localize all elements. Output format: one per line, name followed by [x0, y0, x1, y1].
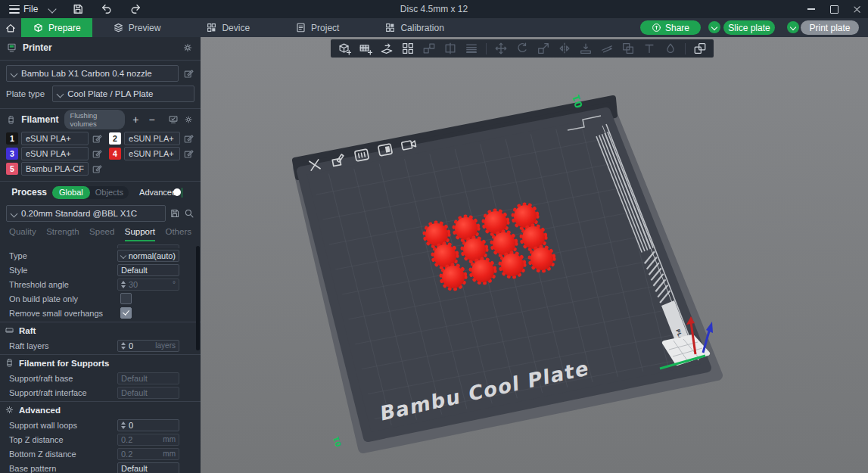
support-raft-interface-select[interactable]: Default	[117, 387, 179, 399]
scope-segmented-control[interactable]: Global Objects	[52, 186, 129, 199]
cut-icon	[599, 40, 615, 57]
printer-preset-select[interactable]: Bambu Lab X1 Carbon 0.4 nozzle	[6, 65, 179, 82]
undo-icon[interactable]	[97, 2, 117, 17]
remove-filament-button[interactable]: −	[147, 114, 157, 126]
filament-settings-gear-icon[interactable]	[184, 114, 193, 125]
setting-label: Bottom Z distance	[9, 450, 117, 459]
filament-name: eSUN PLA+	[26, 149, 71, 158]
support-wall-loops-input[interactable]: 0	[117, 419, 179, 431]
auto-orient-icon[interactable]	[378, 40, 395, 57]
filament-slot-1[interactable]: 1 eSUN PLA+	[6, 132, 103, 145]
maximize-button[interactable]	[823, 0, 845, 18]
support-style-select[interactable]: Default	[117, 264, 179, 276]
support-raft-base-select[interactable]: Default	[117, 372, 179, 384]
spinner-icon[interactable]	[121, 281, 126, 288]
filament-color-chip[interactable]: 3	[6, 148, 18, 160]
flushing-volumes-button[interactable]: Flushing volumes	[64, 110, 126, 129]
spinner-icon[interactable]	[121, 422, 126, 429]
spinner-icon[interactable]	[121, 342, 126, 350]
snapshot-icon[interactable]	[399, 135, 418, 154]
plate-settings-icon[interactable]	[375, 140, 395, 160]
edit-plate-name-icon[interactable]	[328, 150, 348, 170]
plate-type-select[interactable]: Cool Plate / PLA Plate	[52, 86, 194, 102]
gear-icon	[5, 405, 14, 415]
edit-filament-icon[interactable]	[92, 148, 103, 160]
add-object-icon[interactable]	[336, 40, 353, 57]
setting-label: Top Z distance	[9, 435, 117, 444]
edit-printer-icon[interactable]	[183, 68, 194, 79]
toolbar-separator	[486, 43, 487, 54]
file-menu[interactable]: File	[5, 2, 42, 16]
text-shape-icon	[641, 40, 658, 57]
sidebar: Printer Bambu Lab X1 Carbon 0.4 nozzle P…	[0, 37, 201, 473]
scale-icon	[535, 40, 552, 57]
share-button[interactable]: Share	[640, 20, 701, 35]
edit-filament-icon[interactable]	[92, 133, 103, 145]
filament-slot-3[interactable]: 3 eSUN PLA+	[6, 147, 103, 160]
mirror-icon	[556, 40, 573, 57]
close-button[interactable]	[845, 0, 868, 18]
filament-name: Bambu PLA-CF	[26, 164, 84, 173]
file-menu-expand[interactable]	[45, 6, 59, 12]
setting-label: Remove small overhangs	[9, 309, 117, 318]
top-z-distance-input[interactable]: 0.2mm	[117, 434, 179, 446]
redo-icon[interactable]	[126, 2, 145, 17]
raft-layers-input[interactable]: 0layers	[117, 340, 179, 352]
filament-color-chip[interactable]: 2	[109, 132, 121, 145]
process-title: Process	[11, 187, 47, 198]
filament-color-chip[interactable]: 4	[109, 148, 121, 160]
print-plate-button[interactable]: Print plate	[801, 20, 859, 35]
edit-filament-icon[interactable]	[92, 163, 103, 175]
base-pattern-select[interactable]: Default	[117, 462, 179, 473]
tab-strength[interactable]: Strength	[46, 227, 79, 241]
delete-plate-icon[interactable]	[305, 155, 325, 175]
printer-settings-gear-icon[interactable]	[182, 42, 193, 53]
support-settings-panel: Type normal(auto) Style Default Threshol…	[0, 241, 201, 473]
filament-slot-5[interactable]: 5 Bambu PLA-CF	[6, 162, 103, 176]
assembly-view-icon[interactable]	[692, 40, 708, 57]
slice-plate-button[interactable]: Slice plate	[723, 20, 775, 35]
tab-quality[interactable]: Quality	[9, 227, 36, 241]
scope-global[interactable]: Global	[52, 186, 90, 199]
file-menu-label: File	[23, 4, 38, 14]
chevron-down-icon	[11, 70, 18, 77]
settings-scrollbar[interactable]	[196, 246, 200, 350]
tab-speed[interactable]: Speed	[89, 227, 114, 241]
color-paint-icon	[662, 40, 679, 57]
tab-support[interactable]: Support	[125, 227, 155, 241]
process-preset-select[interactable]: 0.20mm Standard @BBL X1C	[6, 205, 166, 222]
viewport-toolbar	[331, 39, 714, 58]
minimize-button[interactable]	[800, 0, 823, 18]
filament-slot-2[interactable]: 2 eSUN PLA+	[109, 132, 194, 145]
filament-slot-4[interactable]: 4 eSUN PLA+	[109, 147, 194, 160]
threshold-angle-input[interactable]: 30°	[117, 279, 179, 291]
print-dropdown-icon[interactable]	[787, 21, 799, 33]
add-plate-icon[interactable]	[357, 40, 374, 57]
edit-filament-icon[interactable]	[183, 148, 194, 160]
split-to-parts-icon	[442, 40, 459, 57]
filament-color-chip[interactable]: 5	[6, 163, 18, 175]
bottom-z-distance-input[interactable]: 0.2mm	[117, 448, 179, 460]
ams-sync-icon[interactable]	[168, 114, 179, 126]
arrange-plate-icon[interactable]	[352, 145, 372, 165]
save-icon[interactable]	[68, 2, 88, 17]
filament-color-chip[interactable]: 1	[6, 132, 18, 145]
add-filament-button[interactable]: +	[130, 114, 141, 126]
viewport-3d[interactable]: PLA 01 01	[201, 37, 868, 473]
slice-label: Slice plate	[728, 23, 770, 33]
setting-label: Threshold angle	[9, 280, 117, 289]
support-type-select[interactable]: normal(auto)	[117, 250, 179, 262]
raft-section-header: Raft	[0, 322, 201, 338]
edit-filament-icon[interactable]	[183, 133, 194, 145]
on-build-plate-only-checkbox[interactable]	[120, 293, 132, 304]
remove-small-overhangs-checkbox[interactable]	[120, 307, 132, 319]
setting-label: Style	[9, 266, 117, 275]
title-bar: File Disc 4.5mm x 12	[0, 0, 868, 18]
slice-dropdown-icon[interactable]	[708, 21, 720, 33]
save-preset-icon[interactable]	[170, 208, 180, 219]
search-preset-icon[interactable]	[184, 208, 194, 219]
filament-icon	[6, 114, 16, 126]
tab-others[interactable]: Others	[165, 227, 191, 241]
arrange-icon[interactable]	[400, 40, 416, 57]
scope-objects[interactable]: Objects	[90, 188, 129, 197]
